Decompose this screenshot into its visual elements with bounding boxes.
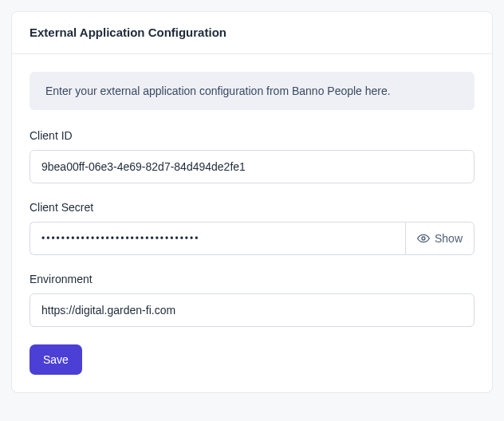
client-id-label: Client ID — [30, 129, 474, 142]
info-banner: Enter your external application configur… — [30, 72, 474, 110]
show-label: Show — [435, 232, 463, 245]
card-header: External Application Configuration — [12, 12, 492, 54]
environment-label: Environment — [30, 273, 474, 285]
client-secret-field: Client Secret Show — [30, 201, 474, 255]
page-title: External Application Configuration — [30, 26, 474, 39]
client-id-input[interactable] — [30, 150, 474, 183]
show-secret-button[interactable]: Show — [405, 222, 474, 255]
svg-point-0 — [422, 237, 425, 240]
client-id-field: Client ID — [30, 129, 474, 183]
config-card: External Application Configuration Enter… — [11, 11, 493, 393]
save-button[interactable]: Save — [30, 344, 82, 375]
eye-icon — [417, 232, 430, 245]
environment-input[interactable] — [30, 293, 474, 327]
client-secret-input[interactable] — [30, 222, 405, 255]
client-secret-group: Show — [30, 222, 474, 255]
client-secret-label: Client Secret — [30, 201, 474, 214]
environment-field: Environment — [30, 273, 474, 327]
card-body: Enter your external application configur… — [12, 54, 492, 392]
